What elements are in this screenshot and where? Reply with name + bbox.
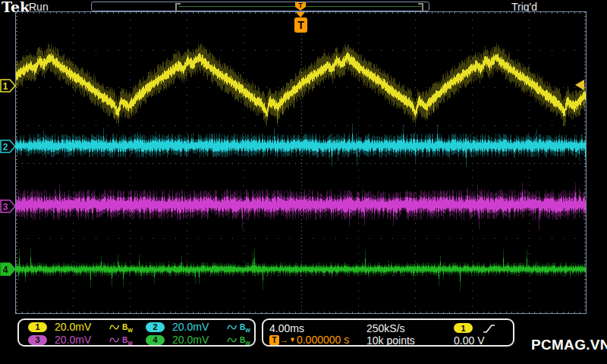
channel-3-readout[interactable]: 320.0mVBW — [19, 334, 137, 346]
channel-1-readout[interactable]: 120.0mVBW — [19, 321, 137, 333]
svg-text:3: 3 — [3, 202, 8, 212]
channel-readout-row: 320.0mVBW420.0mVBW — [19, 334, 254, 346]
channel-4-readout[interactable]: 420.0mVBW — [137, 334, 254, 346]
channel-4-scale-value: 20.0mV — [172, 334, 227, 346]
channel-readout-box[interactable]: 120.0mVBW220.0mVBW 320.0mVBW420.0mVBW — [17, 318, 256, 347]
trigger-position-arrow-icon[interactable] — [296, 12, 305, 17]
trigger-position-readout: T → ▼ 0.000000 s — [269, 334, 349, 346]
channel-1-position-marker[interactable]: 1 — [0, 79, 17, 93]
arrow-down-icon: ▼ — [289, 336, 296, 344]
channel-2-badge: 2 — [146, 322, 165, 332]
watermark-text: PCMAG.VN — [531, 337, 607, 353]
channel-2-readout[interactable]: 220.0mVBW — [137, 321, 254, 333]
bandwidth-limit-icon: BW — [240, 336, 250, 344]
svg-text:2: 2 — [3, 142, 8, 152]
channel-4-badge: 4 — [146, 335, 165, 345]
bandwidth-limit-icon: BW — [122, 336, 133, 344]
arrow-right-icon: → — [280, 335, 288, 344]
waveform-display-area — [15, 11, 587, 314]
rising-edge-icon — [482, 323, 495, 334]
bandwidth-limit-icon: BW — [240, 323, 250, 331]
channel-3-badge: 3 — [28, 335, 47, 345]
svg-text:4: 4 — [3, 265, 8, 275]
trigger-level-value: 0.00 V — [454, 334, 484, 347]
time-per-division-value: 4.00ms — [269, 322, 304, 334]
record-view-bar[interactable]: T — [91, 2, 429, 11]
channel-2-position-marker[interactable]: 2 — [0, 140, 17, 153]
horizontal-trigger-readout-box[interactable]: 4.00ms 250kS/s 1 T → ▼ 0.000000 s 10k po… — [262, 318, 514, 347]
channel-readout-row: 120.0mVBW220.0mVBW — [19, 321, 254, 333]
channel-3-scale-value: 20.0mV — [55, 334, 109, 346]
channel-3-position-marker[interactable]: 3 — [0, 199, 17, 213]
trigger-source-badge[interactable]: 1 — [454, 323, 473, 333]
channel-1-badge: 1 — [28, 322, 47, 332]
channel-4-position-marker[interactable]: 4 — [0, 262, 17, 276]
record-length-value: 10k points — [366, 334, 415, 347]
channel-1-scale-value: 20.0mV — [55, 321, 109, 333]
ac-sine-icon — [227, 323, 238, 331]
trigger-level-arrow-icon[interactable] — [574, 79, 585, 91]
oscilloscope-screen: Tek Run T Trig'd T 1234 120.0mVBW220.0mV… — [0, 0, 607, 364]
record-trigger-marker-icon[interactable]: T — [295, 2, 306, 11]
ac-sine-icon — [109, 336, 121, 344]
bandwidth-limit-icon: BW — [122, 323, 133, 331]
ac-sine-icon — [227, 336, 238, 344]
channel-2-scale-value: 20.0mV — [172, 321, 227, 333]
waveform-canvas — [16, 12, 586, 313]
sample-rate-value: 250kS/s — [366, 322, 405, 334]
ac-sine-icon — [109, 323, 121, 331]
svg-text:1: 1 — [3, 81, 8, 92]
trigger-position-badge[interactable]: T — [294, 17, 307, 33]
trigger-t-icon: T — [269, 335, 279, 345]
trigger-position-value: 0.000000 s — [297, 334, 349, 346]
